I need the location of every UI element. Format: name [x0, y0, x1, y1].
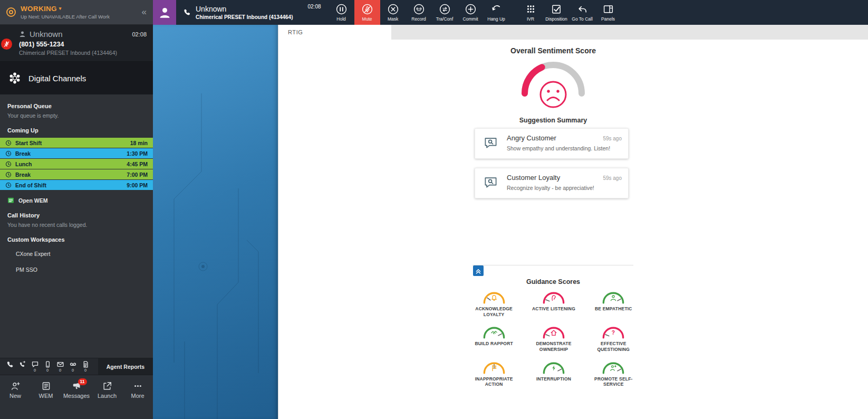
card-head: Angry Customer59s ago	[507, 134, 622, 142]
nav-new[interactable]: New	[0, 382, 31, 419]
suggestion-body: Show empathy and understanding. Listen!	[507, 145, 622, 152]
guidance-scores-title: Guidance Scores	[448, 278, 659, 285]
channel-workitem-counter[interactable]: 0	[80, 361, 91, 373]
hangup-icon	[490, 3, 503, 15]
guidance-gauge	[542, 325, 566, 339]
guidance-effective-questioning[interactable]: ?EFFECTIVE QUESTIONING	[584, 325, 643, 352]
guidance-active-listening[interactable]: ACTIVE LISTENING	[524, 290, 583, 317]
active-call-card[interactable]: Unknown 02:08 (801) 555-1234 Chimerical …	[0, 25, 153, 62]
guidance-build-rapport[interactable]: BUILD RAPPORT	[464, 325, 524, 352]
schedule-event-label: Break	[15, 150, 127, 157]
channel-sms-counter[interactable]: 0	[42, 361, 53, 373]
header-call-timer: 02:08	[308, 4, 321, 9]
nav-label: WEM	[39, 393, 53, 399]
header-button-tra-conf[interactable]: Tra/Conf	[432, 0, 458, 25]
guidance-inappropriate-action[interactable]: INAPPROPRIATE ACTION	[464, 360, 524, 387]
app: WORKING▾ Up Next: UNAVAILABLE After Call…	[0, 0, 868, 419]
header-button-label: Commit	[462, 16, 478, 22]
header-button-record[interactable]: Record	[406, 0, 432, 25]
clock-icon	[5, 182, 12, 188]
suggestion-title: Angry Customer	[507, 134, 556, 142]
header-button-label: Go To Call	[572, 16, 593, 22]
ivr-icon	[525, 3, 537, 15]
agent-status-label[interactable]: WORKING	[21, 5, 57, 13]
header-button-mask[interactable]: Mask	[380, 0, 406, 25]
collapse-sidebar-icon[interactable]: «	[142, 7, 147, 17]
rtig-panel: RTIG Overall Sentiment Score Suggestion …	[278, 25, 868, 419]
header-button-label: Mute	[362, 16, 372, 22]
header-button-panels[interactable]: Panels	[595, 0, 621, 25]
header-button-label: Record	[411, 16, 426, 22]
guidance-label: PROMOTE SELF-SERVICE	[589, 376, 638, 387]
suggestion-card-customer-loyalty[interactable]: Customer Loyalty59s agoRecognize loyalty…	[475, 168, 629, 198]
channel-email-counter[interactable]: 0	[55, 361, 65, 373]
header-button-commit[interactable]: Commit	[458, 0, 484, 25]
nav-label: More	[131, 393, 144, 399]
guidance-interruption[interactable]: INTERRUPTION	[524, 360, 583, 387]
clock-icon	[5, 161, 12, 167]
channel-callback-phone-counter[interactable]	[17, 361, 27, 373]
caret-down-icon[interactable]: ▾	[59, 6, 62, 11]
handshake-icon	[490, 329, 497, 336]
email-icon	[57, 361, 64, 368]
workspace-item-pm-sso[interactable]: PM SSO	[0, 262, 153, 278]
nav-messages[interactable]: 11Messages	[61, 382, 92, 419]
header-contact-skill: Chimerical PRESET Inbound (4134464)	[196, 14, 293, 20]
clock-icon	[5, 150, 12, 157]
schedule-row-lunch[interactable]: Lunch4:45 PM	[0, 159, 153, 169]
comment-search-icon	[484, 136, 498, 150]
personal-queue-title: Personal Queue	[7, 103, 146, 109]
digital-channels-header[interactable]: Digital Channels	[0, 62, 153, 94]
header-button-ivr[interactable]: IVR	[518, 0, 544, 25]
schedule-event-time: 4:45 PM	[127, 161, 148, 167]
header-button-mute[interactable]: Mute	[354, 0, 380, 25]
header-button-disposition[interactable]: Disposition	[544, 0, 570, 25]
mute-icon	[361, 3, 373, 15]
header-button-label: Hang Up	[487, 16, 505, 22]
tab-rtig-label: RTIG	[288, 29, 303, 35]
suggestion-summary-title: Suggestion Summary	[448, 117, 659, 124]
schedule-event-label: Break	[15, 172, 127, 178]
question-icon: ?	[610, 329, 617, 336]
nav-launch[interactable]: Launch	[92, 382, 122, 419]
suggestion-time: 59s ago	[603, 175, 622, 181]
header-contact: Unknown Chimerical PRESET Inbound (41344…	[196, 5, 293, 20]
schedule-row-break[interactable]: Break7:00 PM	[0, 169, 153, 179]
guidance-label: DEMONSTRATE OWNERSHIP	[529, 341, 578, 352]
workspace-item-cxone-expert[interactable]: CXone Expert	[0, 246, 153, 262]
guidance-demonstrate-ownership[interactable]: DEMONSTRATE OWNERSHIP	[524, 325, 583, 352]
nav-more[interactable]: More	[122, 382, 153, 419]
guidance-gauge	[601, 290, 625, 304]
sidebar-content: Personal Queue Your queue is empty. Comi…	[0, 94, 153, 358]
card-head: Customer Loyalty59s ago	[507, 174, 622, 182]
suggestion-card-angry-customer[interactable]: Angry Customer59s agoShow empathy and un…	[475, 128, 629, 159]
suggestion-cards: Angry Customer59s agoShow empathy and un…	[475, 128, 629, 198]
open-wem-button[interactable]: Open WEM	[7, 197, 146, 204]
header-button-go-to-call[interactable]: Go To Call	[570, 0, 595, 25]
agent-status-bar[interactable]: WORKING▾ Up Next: UNAVAILABLE After Call…	[0, 0, 153, 25]
header-button-hang-up[interactable]: Hang Up	[484, 0, 509, 25]
channel-voicemail-counter[interactable]: 0	[67, 361, 78, 373]
header-button-hold[interactable]: Hold	[329, 0, 354, 25]
custom-workspaces-title: Custom Workspaces	[7, 236, 146, 243]
channel-chat-counter[interactable]: 0	[30, 361, 40, 373]
guidance-acknowledge-loyalty[interactable]: ACKNOWLEDGE LOYALTY	[464, 290, 524, 317]
guidance-promote-self-service[interactable]: PROMOTE SELF-SERVICE	[584, 360, 643, 387]
tab-rtig[interactable]: RTIG	[278, 25, 391, 40]
channel-phone-counter[interactable]	[4, 361, 15, 373]
agent-reports-button[interactable]: Agent Reports	[98, 358, 153, 375]
guidance-gauge	[601, 360, 625, 375]
schedule-row-end-of-shift[interactable]: End of Shift9:00 PM	[0, 180, 153, 190]
voicemail-icon	[70, 361, 76, 368]
house-icon	[550, 329, 557, 336]
sidebar: WORKING▾ Up Next: UNAVAILABLE After Call…	[0, 0, 153, 419]
nav-label: Messages	[63, 393, 90, 399]
contact-name: Unknown	[30, 30, 63, 39]
new-agent-icon	[11, 382, 20, 391]
scroll-top-button[interactable]	[473, 265, 484, 276]
schedule-row-start-shift[interactable]: Start Shift18 min	[0, 138, 153, 148]
schedule-row-break[interactable]: Break1:30 PM	[0, 148, 153, 158]
nav-wem[interactable]: WEM	[31, 382, 61, 419]
guidance-be-empathetic[interactable]: BE EMPATHETIC	[584, 290, 643, 317]
mask-icon	[387, 3, 399, 15]
